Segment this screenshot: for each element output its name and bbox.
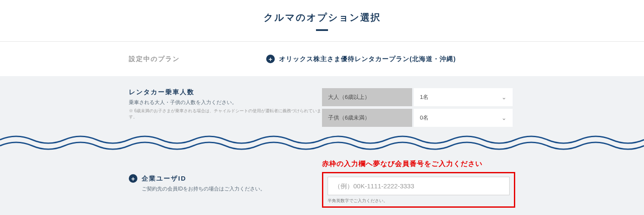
plus-circle-icon: +: [129, 174, 137, 183]
current-plan-label: 設定中のプラン: [129, 55, 180, 62]
corp-id-input[interactable]: [328, 177, 510, 195]
passenger-row-adult: 大人（6歳以上） 1名 ⌄: [322, 88, 515, 106]
title-section: クルマのオプション選択: [0, 0, 644, 39]
corp-id-desc: ご契約先の会員IDをお持ちの場合はご入力ください。: [142, 185, 322, 193]
passenger-note: ※ 6歳未満のお子さまが乗車される場合は、チャイルドシートの使用が運転者に義務づ…: [129, 108, 322, 120]
passenger-desc: 乗車される大人・子供の人数を入力ください。: [129, 99, 322, 106]
current-plan-name: オリックス株主さま優待レンタカープラン(北海道・沖縄): [279, 55, 456, 63]
current-plan-row: 設定中のプラン + オリックス株主さま優待レンタカープラン(北海道・沖縄): [0, 42, 644, 76]
child-label: 子供（6歳未満）: [322, 109, 412, 127]
chevron-down-icon: ⌄: [501, 114, 507, 121]
passenger-section: レンタカー乗車人数 乗車される大人・子供の人数を入力ください。 ※ 6歳未満のお…: [0, 76, 644, 134]
chevron-down-icon: ⌄: [501, 94, 507, 101]
passenger-heading: レンタカー乗車人数: [129, 88, 322, 96]
page-title: クルマのオプション選択: [0, 11, 644, 24]
corp-id-help: 半角英数字でご入力ください。: [328, 198, 510, 204]
adult-label: 大人（6歳以上）: [322, 88, 412, 106]
adult-value: 1名: [420, 93, 428, 101]
passenger-row-child: 子供（6歳未満） 0名 ⌄: [322, 109, 515, 127]
child-select[interactable]: 0名 ⌄: [414, 109, 513, 127]
corp-id-heading: 企業ユーザID: [142, 175, 186, 183]
corp-id-section: + 企業ユーザID ご契約先の会員IDをお持ちの場合はご入力ください。 赤枠の入…: [0, 150, 644, 215]
plus-circle-icon: +: [266, 55, 275, 63]
corp-id-instruction: 赤枠の入力欄へ夢なび会員番号をご入力ください: [322, 160, 515, 169]
wave-divider: [0, 134, 644, 150]
child-value: 0名: [420, 114, 428, 122]
title-underline: [316, 29, 328, 31]
adult-select[interactable]: 1名 ⌄: [414, 88, 513, 106]
corp-id-highlight-box: 半角英数字でご入力ください。: [322, 172, 515, 208]
